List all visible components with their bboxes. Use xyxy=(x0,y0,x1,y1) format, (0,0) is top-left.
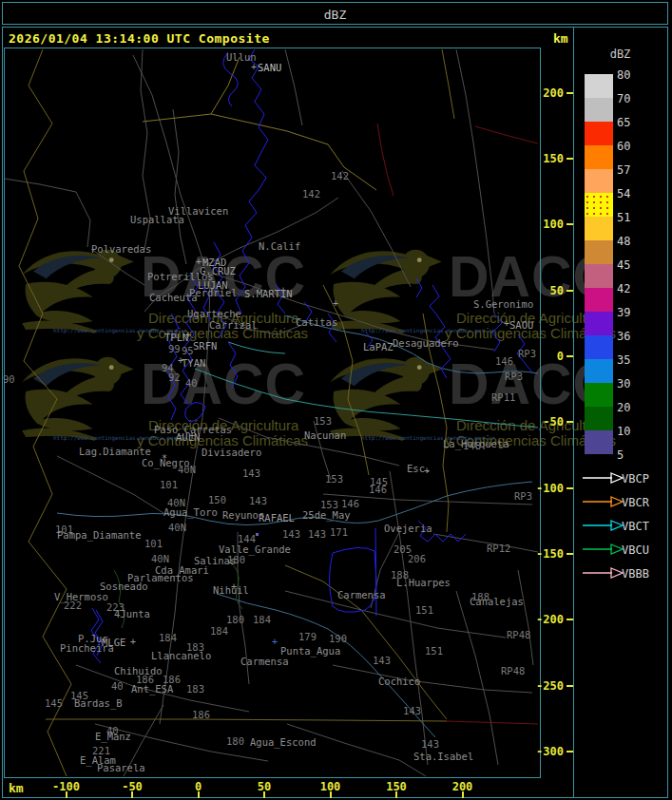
legend-arrow-icon xyxy=(582,520,625,531)
scale-color-block xyxy=(585,74,613,98)
legend-code-label: VBCP xyxy=(622,472,649,486)
legend-code-label: VBCU xyxy=(622,543,649,557)
scale-color-block xyxy=(585,288,613,312)
legend-arrow-icon xyxy=(582,567,625,579)
right-axis-tick-label: 0 xyxy=(530,350,564,363)
title-bar: dBZ xyxy=(2,2,668,25)
right-axis-tick xyxy=(566,158,573,160)
scale-color-block xyxy=(585,312,613,335)
legend-arrow-icon xyxy=(582,496,625,507)
right-axis-tick xyxy=(566,92,573,94)
right-axis-tick-label: 150 xyxy=(530,152,564,165)
timestamp-label: 2026/01/04 13:14:00 UTC Composite xyxy=(9,31,270,46)
right-axis-tick-label: 50 xyxy=(530,284,564,297)
scale-tick-label: 45 xyxy=(617,258,630,272)
map-plot-border xyxy=(4,48,541,778)
right-axis-tick-label: 200 xyxy=(530,86,564,100)
right-axis-tick xyxy=(566,553,573,555)
scale-color-block xyxy=(585,217,613,240)
bottom-axis-tick xyxy=(330,791,332,798)
scale-tick-label: 10 xyxy=(617,425,630,438)
scale-color-block xyxy=(585,145,613,169)
right-axis-tick-label: -250 xyxy=(530,679,564,693)
legend-code-label: VBCT xyxy=(622,520,649,533)
bottom-axis-tick xyxy=(263,791,265,798)
right-axis-tick-label: -200 xyxy=(530,613,564,626)
bottom-axis-unit-label: km xyxy=(9,781,24,795)
scale-tick-label: 65 xyxy=(617,116,630,129)
scale-color-block xyxy=(585,98,613,122)
page-title: dBZ xyxy=(3,8,667,22)
scale-tick-label: 80 xyxy=(617,68,630,82)
right-axis-unit-label: km xyxy=(553,31,568,46)
right-axis-tick xyxy=(566,685,573,687)
scale-tick-label: 54 xyxy=(617,187,630,200)
scale-color-block xyxy=(585,407,613,430)
legend-arrow-icon xyxy=(582,472,625,484)
scale-tick-label: 42 xyxy=(617,282,630,295)
right-axis-tick-label: 100 xyxy=(530,218,564,231)
bottom-axis-tick xyxy=(131,791,133,798)
right-axis-tick xyxy=(566,290,573,292)
scale-color-block xyxy=(585,264,613,288)
scale-tick-label: 39 xyxy=(617,306,630,319)
legend-arrow-icon xyxy=(582,543,625,555)
bottom-axis-tick xyxy=(66,791,67,798)
right-axis-tick-label: -100 xyxy=(530,482,564,495)
right-axis-tick xyxy=(566,355,573,357)
right-axis-tick-label: -150 xyxy=(530,547,564,561)
scale-color-block xyxy=(585,359,613,383)
scale-color-block xyxy=(585,122,613,145)
right-axis-tick-label: -300 xyxy=(530,745,564,758)
scale-tick-label: 70 xyxy=(617,92,630,105)
scale-color-block xyxy=(585,383,613,407)
right-axis-tick xyxy=(566,487,573,489)
right-axis-tick xyxy=(566,619,573,620)
scale-tick-label: 48 xyxy=(617,235,630,248)
bottom-axis-tick xyxy=(462,791,464,798)
scale-color-block xyxy=(585,240,613,264)
scale-color-block xyxy=(585,193,613,217)
right-axis-tick xyxy=(566,223,573,225)
scale-tick-label: 30 xyxy=(617,377,630,390)
scale-tick-label: 60 xyxy=(617,140,630,153)
scale-tick-label: 35 xyxy=(617,353,630,367)
scale-tick-label: 57 xyxy=(617,163,630,177)
scale-title: dBZ xyxy=(574,48,666,61)
right-axis-tick xyxy=(566,751,573,752)
bottom-axis-tick xyxy=(395,791,397,798)
legend-code-label: VBCR xyxy=(622,496,649,509)
scale-color-block xyxy=(585,430,613,454)
scale-color-block xyxy=(585,335,613,359)
scale-color-block xyxy=(585,169,613,193)
right-axis-tick-label: -50 xyxy=(530,415,564,429)
scale-tick-label: 20 xyxy=(617,401,630,414)
scale-tick-label: 51 xyxy=(617,211,630,224)
scale-tick-label: 5 xyxy=(617,448,624,462)
scale-panel: dBZ 807065605754514845423936353020105 VB… xyxy=(574,27,672,798)
scale-tick-label: 36 xyxy=(617,330,630,343)
bottom-axis-tick xyxy=(198,791,200,798)
legend-code-label: VBBB xyxy=(622,567,649,581)
right-axis-tick xyxy=(566,421,573,423)
